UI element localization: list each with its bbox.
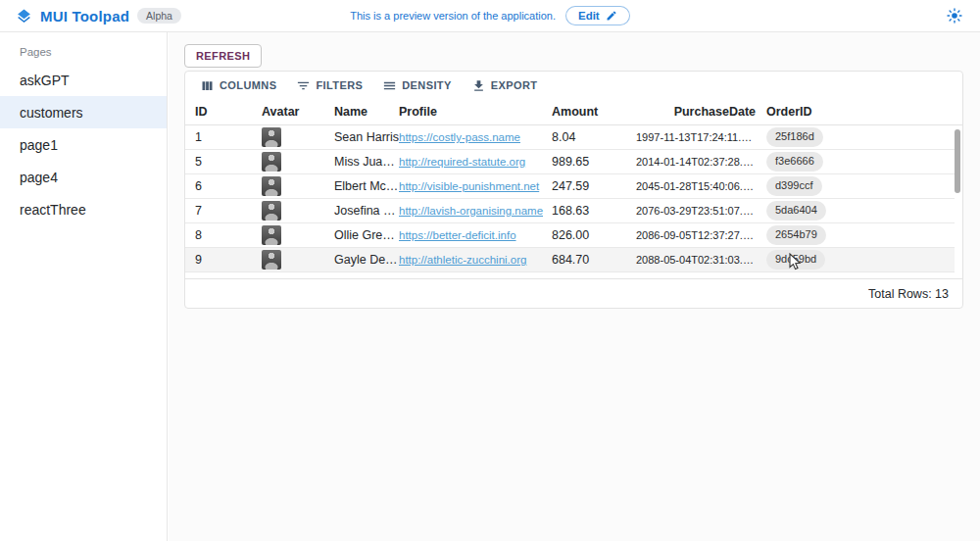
cell-amount: 684.70 — [552, 253, 636, 267]
cell-purchasedate: 2086-09-05T12:37:27.015Z — [636, 229, 761, 241]
cell-id: 1 — [195, 130, 262, 144]
table-row[interactable]: 8 Ollie Green… https://better-deficit.in… — [185, 223, 955, 248]
column-header-purchasedate[interactable]: PurchaseDate — [636, 105, 761, 119]
sidebar-item-askGPT[interactable]: askGPT — [0, 64, 167, 96]
mouse-cursor — [789, 253, 802, 270]
cell-amount: 247.59 — [552, 179, 636, 193]
alpha-badge: Alpha — [137, 8, 181, 25]
sidebar-item-label: reactThree — [20, 202, 86, 218]
sidebar-item-label: customers — [20, 105, 83, 121]
preview-banner-text: This is a preview version of the applica… — [350, 10, 556, 22]
export-button-label: EXPORT — [491, 79, 538, 91]
table-row[interactable]: 9 Gayle Den… http://athletic-zucchini.or… — [185, 248, 955, 272]
cell-name: Gayle Den… — [334, 253, 399, 267]
sidebar-item-label: askGPT — [20, 73, 70, 88]
refresh-button[interactable]: REFRESH — [184, 44, 262, 68]
layers-icon — [16, 8, 32, 25]
cell-avatar — [262, 201, 334, 221]
cell-avatar — [262, 127, 334, 147]
profile-link[interactable]: http://lavish-organising.name — [399, 205, 543, 217]
columns-button[interactable]: COLUMNS — [195, 75, 281, 96]
cell-name: Elbert McL… — [334, 179, 399, 193]
density-button-label: DENSITY — [402, 79, 451, 91]
pencil-icon — [606, 10, 617, 22]
cell-id: 7 — [195, 204, 262, 218]
cell-id: 6 — [195, 179, 262, 193]
sidebar-item-page4[interactable]: page4 — [0, 161, 167, 193]
avatar — [262, 250, 281, 270]
column-header-profile[interactable]: Profile — [399, 105, 552, 119]
avatar — [262, 225, 281, 245]
cell-name: Miss Juan … — [334, 155, 399, 169]
cell-purchasedate: 2076-03-29T23:51:07.968Z — [636, 205, 761, 217]
sidebar-section-label: Pages — [0, 32, 167, 64]
cell-purchasedate: 2088-05-04T02:31:03.294Z — [636, 254, 761, 266]
grid-footer: Total Rows: 13 — [185, 278, 962, 308]
profile-link[interactable]: http://athletic-zucchini.org — [399, 254, 526, 266]
app-bar-actions — [945, 6, 964, 25]
column-header-avatar[interactable]: Avatar — [262, 105, 334, 119]
sidebar-item-reactThree[interactable]: reactThree — [0, 193, 167, 225]
table-row[interactable]: 1 Sean Harris https://costly-pass.name 8… — [185, 125, 955, 150]
orderid-chip: f3e6666 — [766, 152, 823, 171]
app-title: MUI Toolpad — [40, 8, 129, 25]
profile-link[interactable]: http://visible-punishment.net — [399, 180, 539, 192]
download-icon — [471, 78, 486, 93]
grid-rows: 1 Sean Harris https://costly-pass.name 8… — [185, 125, 962, 272]
cell-name: Josefina P… — [334, 204, 399, 218]
sidebar-item-page1[interactable]: page1 — [0, 128, 167, 161]
filters-button[interactable]: FILTERS — [291, 75, 368, 96]
sidebar: Pages askGPT customers page1 page4 — [0, 32, 168, 541]
grid-header-row: ID Avatar Name Profile Amount PurchaseDa… — [185, 99, 962, 125]
export-button[interactable]: EXPORT — [466, 75, 543, 96]
filter-icon — [296, 78, 311, 93]
orderid-chip: 5da6404 — [766, 201, 826, 220]
sidebar-item-label: page4 — [20, 170, 58, 185]
table-row[interactable]: 5 Miss Juan … http://required-statute.or… — [185, 150, 955, 174]
sidebar-item-customers[interactable]: customers — [0, 96, 167, 128]
edit-button[interactable]: Edit — [565, 6, 630, 25]
app-bar-brand: MUI Toolpad Alpha — [16, 8, 181, 25]
cell-purchasedate: 2045-01-28T15:40:06.325Z — [636, 180, 761, 192]
cell-avatar — [262, 225, 334, 245]
cell-id: 8 — [195, 228, 262, 242]
avatar — [262, 152, 281, 172]
density-button[interactable]: DENSITY — [377, 75, 456, 96]
cell-purchasedate: 2014-01-14T02:37:28.536Z — [636, 156, 761, 168]
cell-purchasedate: 1997-11-13T17:24:11.769Z — [636, 131, 761, 143]
data-grid: COLUMNS FILTERS DENSITY — [184, 71, 963, 309]
avatar — [262, 176, 281, 196]
column-header-id[interactable]: ID — [195, 105, 262, 119]
avatar — [262, 127, 281, 147]
theme-toggle-button[interactable] — [945, 6, 964, 25]
grid-toolbar: COLUMNS FILTERS DENSITY — [185, 72, 962, 99]
app-window: MUI Toolpad Alpha This is a preview vers… — [0, 0, 980, 541]
vertical-scrollbar-thumb[interactable] — [955, 129, 960, 193]
cell-avatar — [262, 176, 334, 196]
profile-link[interactable]: https://costly-pass.name — [399, 131, 520, 143]
table-row[interactable]: 7 Josefina P… http://lavish-organising.n… — [185, 199, 955, 223]
sidebar-item-label: page1 — [20, 137, 58, 153]
orderid-chip: 2654b79 — [766, 225, 826, 244]
cell-avatar — [262, 152, 334, 172]
cell-name: Sean Harris — [334, 130, 399, 144]
sun-icon — [947, 8, 962, 24]
column-header-orderid[interactable]: OrderID — [761, 105, 962, 119]
table-row[interactable]: 6 Elbert McL… http://visible-punishment.… — [185, 174, 955, 199]
cell-amount: 8.04 — [552, 130, 636, 144]
edit-button-label: Edit — [578, 10, 600, 22]
column-header-amount[interactable]: Amount — [552, 105, 636, 119]
main-content: REFRESH COLUMNS FILTERS — [169, 32, 980, 541]
column-header-name[interactable]: Name — [334, 105, 399, 119]
columns-icon — [200, 78, 215, 93]
density-icon — [382, 78, 397, 93]
filters-button-label: FILTERS — [316, 79, 363, 91]
orderid-chip: 25f186d — [766, 127, 823, 146]
sidebar-nav-list: askGPT customers page1 page4 reactThree — [0, 64, 167, 225]
cell-id: 9 — [195, 253, 262, 267]
profile-link[interactable]: https://better-deficit.info — [399, 229, 516, 241]
profile-link[interactable]: http://required-statute.org — [399, 156, 525, 168]
cell-id: 5 — [195, 155, 262, 169]
cell-amount: 168.63 — [552, 204, 636, 218]
cell-amount: 826.00 — [552, 228, 636, 242]
